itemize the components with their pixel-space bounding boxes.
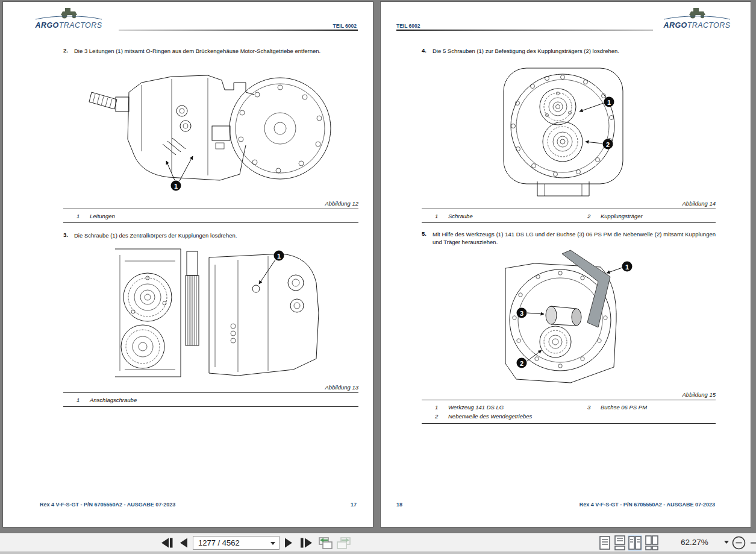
doc-code: TEIL 6002 [396,23,420,29]
argo-tractors-logo: ARGOTRACTORS [33,5,104,30]
zoom-out-icon [732,536,746,550]
skip-back-icon [160,538,175,548]
chevron-left-icon [180,538,188,548]
single-page-view-button[interactable] [598,535,612,551]
rule [63,209,358,209]
rule [422,423,716,424]
figure-13-drawing: 1 [57,241,325,384]
footer-page-number: 17 [351,502,357,508]
legend-label: Werkzeug 141 DS LG [448,404,504,411]
legend-label: Buchse 06 PS PM [601,404,647,411]
last-page-button[interactable] [299,538,313,548]
callout-number: 1 [277,253,281,260]
first-page-button[interactable] [160,538,175,548]
chevron-right-icon [284,538,293,548]
legend-number: 1 [435,213,438,219]
pdf-page-18: TEIL 6002 ARGOTRACTORS 4. Die 5 Schraube… [380,1,751,527]
pdf-page-17: ARGOTRACTORS TEIL 6002 2. Die 3 Leitunge… [2,1,373,527]
continuous-pages-icon [614,535,625,550]
logo-text: ARGOTRACTORS [33,21,104,30]
chevron-down-icon[interactable] [270,542,275,545]
legend-number: 3 [587,404,590,411]
logo-tractors: TRACTORS [59,21,102,30]
next-view-button[interactable] [336,537,351,549]
continuous-view-button[interactable] [613,535,627,551]
rule [422,222,716,223]
figure-15-drawing: 1 3 2 [498,249,640,394]
pdf-toolbar: 1277 / 4562 [0,533,756,552]
two-page-continuous-view-button[interactable] [645,535,659,551]
step-number: 3. [63,231,68,238]
legend-number: 2 [435,413,438,420]
legend-number: 1 [77,397,80,403]
legend-label: Schraube [448,213,473,219]
step-number: 5. [422,230,426,237]
step-text: Die Schraube (1) des Zentralkörpers der … [74,231,358,239]
rule [422,400,716,400]
footer-document-ref: Rex 4 V-F-S-GT - P/N 6705550A2 - AUSGABE… [40,502,175,508]
footer-page-number: 18 [396,502,402,508]
logo-argo: ARGO [36,21,59,30]
legend-number: 2 [587,213,590,219]
chevron-down-icon[interactable] [724,541,729,544]
header-rule [396,30,653,31]
skip-forward-icon [299,538,313,548]
callout-number: 1 [607,99,611,106]
figure-caption: Abbildung 12 [63,200,358,207]
legend-label: Nebenwelle des Wendegetriebes [448,413,532,420]
doc-code: TEIL 6002 [333,23,357,29]
legend-label: Leitungen [90,213,115,219]
logo-argo: ARGO [664,21,687,30]
figure-caption: Abbildung 15 [422,391,716,398]
zoom-out-button[interactable] [732,536,746,550]
callout-number: 2 [606,141,610,148]
legend-label: Anschlagschraube [90,397,137,403]
previous-page-button[interactable] [180,538,188,548]
footer-document-ref: Rex 4 V-F-S-GT - P/N 6705550A2 - AUSGABE… [579,502,715,508]
step-text: Die 3 Leitungen (1) mitsamt O-Ringen aus… [74,47,358,55]
legend-label: Kupplungsträger [601,213,643,219]
two-page-view-button[interactable] [628,535,642,551]
previous-view-button[interactable] [318,537,333,549]
callout-number: 1 [625,263,629,271]
argo-tractors-logo: ARGOTRACTORS [661,5,733,30]
zoom-slider[interactable] [751,542,756,544]
step-text: Die 5 Schrauben (1) zur Befestigung des … [433,47,716,55]
callout-number: 3 [520,310,523,317]
figure-caption: Abbildung 13 [63,384,358,391]
single-page-icon [599,536,610,550]
two-page-icon [628,536,642,550]
step-number: 2. [63,47,68,54]
logo-text: ARGOTRACTORS [661,21,733,30]
previous-view-icon [318,537,333,549]
rule [63,392,358,393]
figure-12-drawing: 1 [84,55,331,197]
callout-number: 1 [174,183,178,190]
figure-caption: Abbildung 14 [422,200,716,207]
rule [63,222,358,223]
next-page-button[interactable] [284,538,293,548]
step-number: 4. [422,47,426,54]
rule [422,209,716,209]
legend-number: 1 [77,213,80,219]
callout-number: 2 [520,360,523,367]
step-text: Mit Hilfe des Werkzeugs (1) 141 DS LG un… [433,230,716,246]
next-view-icon [336,537,351,549]
legend-number: 1 [435,404,438,411]
zoom-level-value[interactable]: 62.27% [681,538,708,547]
page-number-input[interactable]: 1277 / 4562 [193,536,280,550]
two-page-continuous-icon [645,535,658,550]
page-number-value: 1277 / 4562 [198,538,240,547]
rule [63,406,358,407]
logo-tractors: TRACTORS [687,21,731,30]
figure-14-drawing: 1 2 [495,63,631,200]
window-bottom-edge [0,552,756,554]
header-rule [119,30,358,31]
